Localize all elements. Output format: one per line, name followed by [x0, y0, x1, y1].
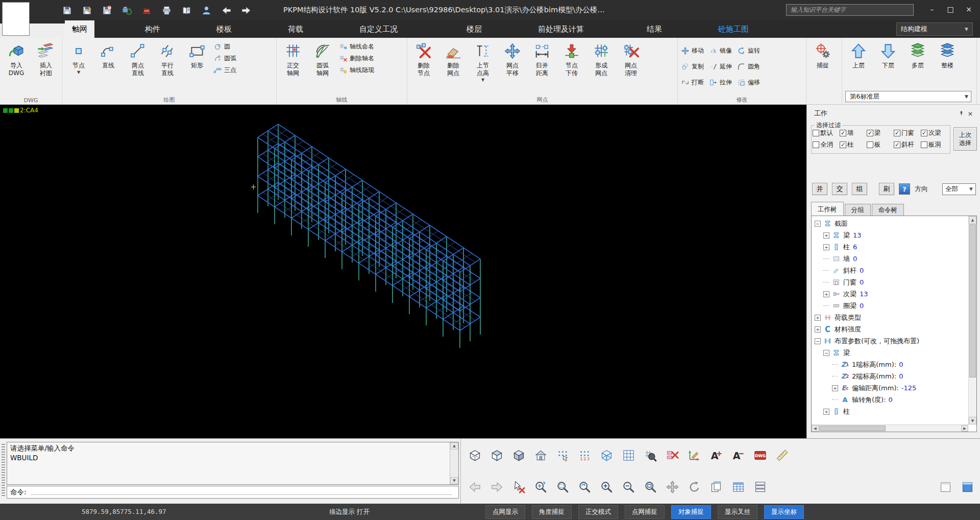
expand-box[interactable]: +	[815, 326, 821, 333]
expand-box[interactable]: +	[823, 244, 829, 250]
delete-grid-button[interactable]: 删除网点	[440, 40, 467, 77]
tree-item[interactable]: Z11端标高(mm):0	[813, 359, 968, 370]
direction-selector[interactable]: 全部▼	[942, 183, 976, 195]
tree-item[interactable]: +梁13	[813, 229, 968, 241]
offset-button[interactable]: 偏移	[737, 75, 760, 90]
filter-option[interactable]: 板	[867, 140, 894, 149]
tree-item[interactable]: 圈梁0	[813, 300, 968, 312]
collapse-box[interactable]: −	[815, 221, 821, 227]
sheet-list-button[interactable]	[751, 479, 769, 496]
copy-button[interactable]: 复制	[681, 59, 704, 74]
table-view-button[interactable]	[729, 479, 747, 496]
whole-building-button[interactable]: 整楼	[934, 40, 961, 69]
expand-box[interactable]: +	[832, 385, 838, 391]
chevron-down-icon[interactable]: ▼	[481, 78, 484, 82]
save-version-icon[interactable]: 0	[100, 3, 113, 17]
status-toggle[interactable]: 显示坐标	[764, 505, 804, 519]
ribbon-tab[interactable]: 前处理及计算	[531, 20, 591, 38]
close-icon[interactable]: ×	[966, 109, 975, 117]
ribbon-tab[interactable]: 自定义工况	[352, 20, 405, 38]
panel-tab[interactable]: 分组	[845, 204, 871, 216]
expand-box[interactable]: +	[815, 315, 821, 321]
status-toggle[interactable]: 点网捕捉	[625, 505, 665, 519]
expand-box[interactable]: +	[823, 291, 829, 297]
op-button[interactable]: 交	[832, 183, 847, 195]
checkbox[interactable]	[921, 141, 927, 148]
arc-tool-button[interactable]: 圆弧	[213, 54, 236, 63]
collapse-box[interactable]: −	[815, 338, 821, 344]
copy-view-button[interactable]	[707, 479, 725, 496]
ribbon-tab[interactable]: 结果	[640, 20, 669, 38]
grid-clean-button[interactable]: 网点清理	[618, 40, 644, 77]
command-input[interactable]: 命令:	[7, 486, 459, 499]
stretch-button[interactable]: 拉伸	[709, 75, 732, 90]
scroll-right-icon[interactable]: ▶	[961, 425, 968, 432]
zoom-in-button[interactable]	[598, 479, 615, 496]
chevron-down-icon[interactable]: ▼	[77, 70, 80, 75]
node-order-button[interactable]: 123	[576, 447, 593, 464]
help-book-icon[interactable]: ?	[180, 3, 193, 17]
tree-item[interactable]: Z22端标高(mm):0	[813, 370, 968, 382]
filter-option[interactable]: ✓次梁	[921, 129, 948, 137]
zoom-out-button[interactable]	[620, 479, 637, 496]
minimize-button[interactable]: –	[923, 2, 941, 17]
scroll-up-icon[interactable]: ▲	[969, 216, 976, 224]
tree-item[interactable]: A轴转角(度):0	[813, 394, 968, 406]
rotate-button[interactable]: 旋转	[737, 43, 760, 58]
vertical-scrollbar[interactable]: ▲ ▼	[968, 216, 976, 424]
zoom-region-grid-button[interactable]	[642, 447, 659, 464]
filter-option[interactable]: 默认	[813, 129, 840, 137]
tree-item[interactable]: +次梁13	[813, 288, 968, 300]
filter-option[interactable]: ✓斜杆	[894, 140, 921, 149]
collapse-box[interactable]: −	[823, 350, 829, 356]
checkbox[interactable]: ✓	[921, 130, 927, 136]
help-button[interactable]: ?	[899, 183, 910, 195]
prev-view-button[interactable]	[466, 479, 483, 496]
tree-item[interactable]: +Ec偏轴距离(mm):-125	[813, 382, 968, 394]
tree-item[interactable]: 墙0	[813, 253, 968, 265]
checkbox[interactable]	[867, 141, 873, 148]
parallel-line-button[interactable]: 平行直线	[154, 40, 181, 77]
next-view-button[interactable]	[488, 479, 505, 496]
tree-item[interactable]: −布置参数(可改，可拖拽布置)	[813, 335, 968, 347]
sync-model-icon[interactable]	[120, 3, 133, 17]
view-shaded-cube-button[interactable]	[488, 447, 505, 464]
axis-delete-button[interactable]: 删除轴名	[339, 54, 374, 63]
ribbon-tab[interactable]: 楼板	[209, 20, 239, 38]
checkbox[interactable]: ✓	[840, 130, 846, 136]
status-toggle[interactable]: 正交模式	[578, 505, 618, 519]
checkbox[interactable]: ✓	[894, 130, 900, 136]
import-dwg-button[interactable]: 导入DWG	[3, 40, 30, 77]
maximize-button[interactable]: □	[941, 2, 960, 17]
zoom-window-button[interactable]	[554, 479, 571, 496]
floor-down-button[interactable]: 下层	[875, 40, 901, 69]
scale-ruler-button[interactable]	[773, 447, 791, 464]
last-selection-button[interactable]: 上次选择	[953, 127, 977, 151]
panel-blue-button[interactable]	[959, 479, 976, 496]
tree-item[interactable]: −截面	[813, 218, 968, 229]
tree-item[interactable]: −梁	[813, 347, 968, 359]
delete-node-button[interactable]: 删除节点	[410, 40, 437, 77]
scrollbar-thumb[interactable]	[819, 426, 886, 431]
stamp-tool-icon[interactable]: DWG	[140, 3, 153, 17]
status-toggle[interactable]: 显示叉丝	[718, 505, 757, 519]
node-height-button[interactable]: 上节点高▼	[470, 40, 496, 82]
scroll-left-icon[interactable]: ◀	[812, 425, 819, 432]
rotate-view-button[interactable]	[685, 479, 703, 496]
move-button[interactable]: 移动	[681, 43, 704, 58]
panel-light-button[interactable]	[937, 479, 954, 496]
zoom-dynamic-button[interactable]	[532, 479, 549, 496]
view-perspective-button[interactable]	[598, 447, 615, 464]
draw-coord-button[interactable]	[685, 447, 703, 464]
history-scrollbar[interactable]: ▲ ▼	[450, 442, 458, 484]
floor-selector[interactable]: 第6标准层▼	[845, 91, 971, 102]
line-tool-button[interactable]: 直线	[95, 40, 121, 69]
filter-option[interactable]: ✓柱	[840, 140, 867, 149]
font-smaller-button[interactable]: A	[729, 447, 747, 464]
filter-option[interactable]: 板洞	[921, 140, 948, 149]
ribbon-tab[interactable]: 楼层	[459, 20, 489, 38]
print-icon[interactable]	[160, 3, 173, 17]
op-button[interactable]: 并	[812, 183, 827, 195]
insert-underlay-button[interactable]: 插入衬图	[33, 40, 59, 77]
axis-toggle-button[interactable]: 轴线隐现	[339, 66, 374, 75]
